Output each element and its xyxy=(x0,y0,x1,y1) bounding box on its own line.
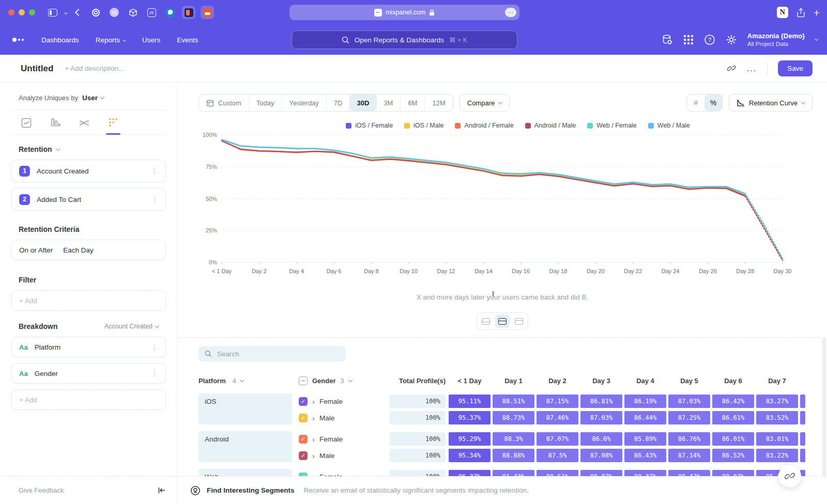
unit-absolute-button[interactable]: # xyxy=(687,94,705,111)
retention-value-cell[interactable]: 83.27% xyxy=(756,395,798,408)
series-checkbox[interactable]: ✓ xyxy=(299,414,308,422)
kebab-menu-icon[interactable]: ⋮ xyxy=(151,167,158,175)
breakdown-card[interactable]: Aa Platform ⋮ xyxy=(11,337,166,357)
extension-icon[interactable] xyxy=(89,6,102,19)
view-split-button[interactable] xyxy=(495,314,510,328)
retention-value-cell[interactable]: 86.52% xyxy=(712,449,754,462)
chevron-down-icon[interactable] xyxy=(65,11,67,14)
retention-value-cell[interactable]: 86.81% xyxy=(580,395,622,408)
unit-percent-button[interactable]: % xyxy=(705,94,722,111)
view-table-only-button[interactable] xyxy=(512,314,526,328)
range-30d[interactable]: 30D xyxy=(349,94,377,111)
analyze-value[interactable]: User xyxy=(82,94,98,102)
sidebar-toggle-icon[interactable] xyxy=(48,9,57,17)
extension-icon[interactable] xyxy=(201,6,214,19)
kebab-menu-icon[interactable]: ⋮ xyxy=(151,195,158,203)
nav-users[interactable]: Users xyxy=(142,36,160,44)
day-column-header[interactable]: Day 1 xyxy=(493,377,534,385)
retention-value-cell[interactable]: 88.3% xyxy=(493,432,534,446)
retention-value-cell[interactable]: 86.19% xyxy=(624,395,666,408)
share-icon[interactable] xyxy=(797,8,805,18)
report-title[interactable]: Untitled xyxy=(21,64,53,74)
range-yesterday[interactable]: Yesterday xyxy=(282,94,327,111)
give-feedback-link[interactable]: Give Feedback xyxy=(19,486,64,494)
breakdown-property-label[interactable]: Gender xyxy=(35,370,58,377)
apps-grid-icon[interactable] xyxy=(683,35,694,45)
breakdown-add-button[interactable]: + Add xyxy=(11,389,166,410)
step-event-label[interactable]: Added To Cart xyxy=(37,196,81,203)
retention-value-cell[interactable]: 83.01% xyxy=(756,432,798,446)
copy-link-icon[interactable] xyxy=(727,64,737,73)
range-custom[interactable]: Custom xyxy=(199,94,249,111)
range-12m[interactable]: 12M xyxy=(425,94,452,111)
platform-cell[interactable]: iOS xyxy=(198,393,292,424)
retention-value-cell[interactable]: 88.73% xyxy=(493,411,534,424)
retention-value-cell[interactable]: 87.25% xyxy=(668,411,710,424)
day-column-header[interactable]: Day 7 xyxy=(756,377,798,385)
retention-value-cell[interactable]: 86.44% xyxy=(624,411,666,424)
more-options-icon[interactable]: ... xyxy=(747,64,757,73)
breakdown-card[interactable]: Aa Gender ⋮ xyxy=(11,363,166,384)
legend-item[interactable]: iOS / Female xyxy=(346,122,393,129)
day-column-header[interactable]: Day 6 xyxy=(712,377,754,385)
tab-flows[interactable] xyxy=(76,118,92,134)
criteria-interval[interactable]: Each Day xyxy=(63,246,94,254)
retention-value-cell[interactable]: 95.29% xyxy=(449,432,491,446)
help-icon[interactable]: ? xyxy=(704,34,715,45)
retention-value-cell[interactable]: 87.07% xyxy=(537,432,578,446)
extension-icon[interactable] xyxy=(126,6,140,19)
retention-value-cell[interactable]: 87.15% xyxy=(537,395,578,408)
day-column-header[interactable]: Day 2 xyxy=(537,377,578,385)
retention-value-cell[interactable]: 88.51% xyxy=(493,395,534,408)
vertical-scrollbar[interactable] xyxy=(822,338,826,493)
notion-extension-icon[interactable]: N xyxy=(777,7,788,18)
gender-cell[interactable]: ✓›Female xyxy=(299,397,384,406)
range-6m[interactable]: 6M xyxy=(401,94,425,111)
retention-value-cell[interactable]: 86.01% xyxy=(712,432,754,446)
range-today[interactable]: Today xyxy=(249,94,282,111)
gender-cell[interactable]: ✓›Male xyxy=(299,451,384,460)
retention-value-cell[interactable]: 87.03% xyxy=(580,411,622,424)
gender-cell[interactable]: ✓›Female xyxy=(299,435,384,444)
criteria-card[interactable]: On or After Each Day xyxy=(11,240,166,260)
retention-value-cell[interactable]: 95.11% xyxy=(449,395,491,408)
range-3m[interactable]: 3M xyxy=(376,94,401,111)
expand-chevron-icon[interactable]: › xyxy=(312,435,315,443)
retention-value-cell[interactable]: 88.88% xyxy=(493,449,534,462)
retention-section-header[interactable]: Retention xyxy=(19,145,159,153)
retention-chart[interactable]: 0%25%50%75%100%< 1 DayDay 2Day 4Day 6Day… xyxy=(178,131,827,286)
breakdown-scope-select[interactable]: Account Created xyxy=(104,323,159,330)
settings-gear-icon[interactable] xyxy=(726,34,737,45)
retention-value-cell[interactable]: 83.22% xyxy=(756,449,798,462)
chart-type-button[interactable]: Retention Curve xyxy=(729,94,813,112)
collapse-sidebar-icon[interactable] xyxy=(158,487,166,494)
legend-item[interactable]: Web / Female xyxy=(587,122,637,129)
extension-icon[interactable]: JS xyxy=(145,6,158,19)
tab-insights[interactable] xyxy=(19,118,34,134)
view-chart-only-button[interactable] xyxy=(479,314,493,328)
window-controls[interactable] xyxy=(8,9,35,15)
extension-icon[interactable] xyxy=(163,6,177,19)
platform-cell[interactable]: Android xyxy=(198,431,292,462)
kebab-menu-icon[interactable]: ⋮ xyxy=(151,343,158,351)
nav-reports[interactable]: Reports xyxy=(96,36,126,44)
table-search-input[interactable]: Search xyxy=(198,346,346,361)
legend-item[interactable]: Android / Male xyxy=(525,122,576,129)
retention-value-cell[interactable]: 86.76% xyxy=(668,432,710,446)
criteria-operator[interactable]: On or After xyxy=(19,246,53,254)
global-search[interactable]: Open Reports & Dashboards ⌘ + K xyxy=(292,30,517,49)
series-checkbox[interactable]: ✓ xyxy=(299,435,308,444)
report-description-placeholder[interactable]: + Add description... xyxy=(65,65,124,72)
retention-value-cell[interactable]: 86.43% xyxy=(624,449,666,462)
legend-item[interactable]: Android / Female xyxy=(455,122,513,129)
day-column-header[interactable]: Day 5 xyxy=(668,377,710,385)
nav-dashboards[interactable]: Dashboards xyxy=(41,36,79,44)
series-checkbox[interactable]: ✓ xyxy=(299,397,308,406)
mixpanel-logo-icon[interactable] xyxy=(12,38,24,42)
segments-title[interactable]: Find Interesting Segments xyxy=(207,486,295,494)
compare-button[interactable]: Compare xyxy=(460,94,510,112)
select-all-checkbox[interactable]: – xyxy=(299,376,308,385)
retention-value-cell[interactable]: 83.52% xyxy=(756,411,798,424)
series-checkbox[interactable]: ✓ xyxy=(299,451,308,460)
total-profiles-header[interactable]: Total Profile(s) xyxy=(390,377,446,385)
